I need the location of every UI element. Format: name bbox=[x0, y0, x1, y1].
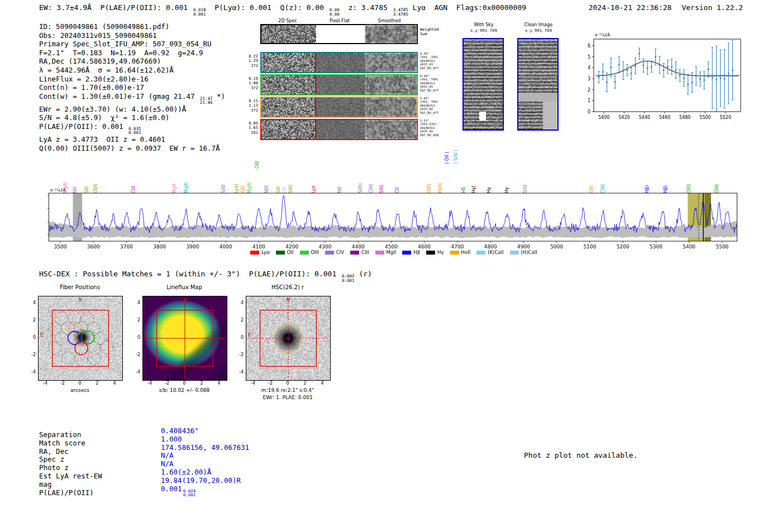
hsc-ytick-label: 4 bbox=[235, 300, 244, 305]
emission-line-label: OIII bbox=[255, 161, 260, 169]
inset-xtick-label: 5420 bbox=[618, 115, 630, 120]
match-table-label: Spec z bbox=[39, 456, 102, 464]
line-fit-inset-chart: 54005420544054605480550055200123456e⁻¹⁷x… bbox=[580, 29, 747, 128]
hsc-caption-2: EWr: 1. PLAE: 0.001 bbox=[240, 395, 335, 400]
spectrum-xtick-label: 4200 bbox=[285, 244, 298, 250]
clean-gray-band bbox=[518, 93, 557, 102]
text-segment: (r) bbox=[355, 270, 372, 278]
legend-item: OII bbox=[276, 250, 294, 255]
left-label-line: 391 bbox=[246, 131, 258, 135]
text-segment: Cont(w) = 1.30(±0.01)e-17 (gmag 21.47 bbox=[39, 92, 199, 100]
match-table-value: N/A bbox=[161, 460, 249, 468]
value-text: N/A bbox=[161, 459, 174, 468]
spec2d-row-left-label: 0.221.29372 bbox=[246, 54, 258, 68]
data-point bbox=[695, 75, 697, 76]
stack-lower: 0.001 bbox=[342, 279, 355, 283]
match-table-value: 19.84(19.70,20.00)R bbox=[161, 477, 249, 485]
spec2d-image bbox=[261, 25, 316, 43]
info-line: LineFlux = 2.30(±2.80)e-16 bbox=[39, 75, 225, 84]
hsc-xtick-label: -2 bbox=[266, 381, 275, 386]
hsc-xtick-label: 2 bbox=[301, 381, 309, 386]
left-label-line: 1.00 bbox=[246, 81, 258, 85]
data-point bbox=[732, 69, 733, 70]
fiber-ytick-label: 2 bbox=[27, 318, 36, 323]
spec2d-row-right-label: 0.90"(991, 709)20240311v015_01507_RU_077 bbox=[420, 74, 452, 92]
hsc-xtick-label: 0 bbox=[283, 381, 292, 386]
match-table-label: RA, Dec bbox=[39, 448, 102, 456]
match-table-label: P(LAE)/P(OII) bbox=[39, 489, 102, 497]
spectrum-ylabel: e⁻¹⁷x2Å bbox=[50, 188, 65, 193]
data-point bbox=[602, 71, 603, 72]
spectrum-xtick-label: 5300 bbox=[650, 244, 662, 250]
spec2d-row-left-label: 0.091.65391 bbox=[246, 121, 258, 135]
data-point bbox=[671, 66, 672, 67]
match-table-value: N/A bbox=[161, 452, 249, 460]
fiber-xtick-label: 2 bbox=[93, 381, 102, 386]
right-label-line: 507_RU_077 bbox=[420, 66, 452, 70]
east-label: E bbox=[40, 332, 44, 338]
emission-line-label: ) OII ( bbox=[445, 152, 450, 164]
legend-label: OII bbox=[287, 250, 294, 255]
fiber-xtick-label: -2 bbox=[58, 381, 67, 386]
lineflux-ytick-label: -2 bbox=[131, 352, 140, 357]
spectrum-xtick-label: 3500 bbox=[54, 244, 67, 250]
legend-swatch bbox=[350, 251, 359, 255]
clean-image-panel: Clean Image x, y: 991, 709 bbox=[517, 22, 560, 134]
data-point bbox=[687, 84, 688, 85]
data-point bbox=[655, 56, 656, 57]
info-line: S/N = 4.8(±5.9) χ² = 1.6(±0.0) bbox=[39, 113, 225, 122]
legend-label: Hγ bbox=[437, 250, 444, 255]
pixel-flat-image bbox=[316, 75, 365, 94]
legend-label: (H)CaII bbox=[521, 250, 537, 255]
left-label-line: 0.19 bbox=[246, 76, 258, 81]
legend-item: CIII bbox=[350, 250, 369, 255]
spec2d-image bbox=[261, 98, 316, 117]
match-table-values: 0.408436"1.000174.586156, 49.067631N/AN/… bbox=[161, 427, 249, 497]
value-text: 174.586156, 49.067631 bbox=[161, 443, 249, 452]
with-sky-panel: With Sky x, y: 991, 709 bbox=[462, 22, 505, 134]
legend-item: CIV bbox=[325, 250, 344, 255]
spectrum-xtick-label: 5000 bbox=[550, 244, 563, 250]
clean-image-title: Clean Image bbox=[517, 22, 560, 27]
data-point bbox=[692, 82, 693, 83]
smoothed-image bbox=[365, 75, 417, 94]
lineflux-xtick-label: -4 bbox=[145, 381, 154, 386]
value-uncertainty-stack: 0.000.00 bbox=[330, 8, 340, 16]
spec2d-row bbox=[260, 74, 418, 95]
value-uncertainty-stack: 0.0350.001 bbox=[128, 127, 141, 135]
data-point bbox=[611, 66, 612, 68]
spec2d-row bbox=[260, 52, 418, 73]
fiber-circle bbox=[49, 341, 61, 354]
text-segment: LineFlux = 2.30(±2.80)e-16 bbox=[39, 75, 149, 83]
inset-ytick-label: 1 bbox=[588, 98, 590, 103]
info-line: EWr = 2.90(±3.70) (w: 4.10(±5.00))Å bbox=[39, 105, 225, 114]
data-point bbox=[728, 73, 729, 74]
inset-xtick-label: 5500 bbox=[699, 115, 711, 120]
hsc-xtick-label: 4 bbox=[318, 381, 327, 386]
legend-label: (K)CaII bbox=[488, 250, 503, 255]
right-label-line: 507_RU_077 bbox=[420, 89, 452, 92]
spec2d-row-right-label: WeightedSum bbox=[420, 27, 452, 36]
fiber-xtick-label: 0 bbox=[75, 381, 84, 386]
info-line: P(LAE)/P(OII): 0.001 0.0350.001 bbox=[39, 122, 225, 135]
legend-item: Hβ bbox=[402, 250, 420, 255]
value-uncertainty-stack: 0.0020.001 bbox=[342, 274, 355, 282]
legend-swatch bbox=[375, 251, 384, 255]
hsc-panel-title: HSC(26.2) r bbox=[246, 284, 330, 290]
data-point bbox=[647, 67, 648, 68]
spec2d-col-header: Pixel Flat bbox=[317, 18, 362, 23]
spec2d-row bbox=[260, 119, 418, 140]
fiber-xtick-label: -4 bbox=[41, 381, 50, 386]
hsc-caption-1: m:19.6 re:2.1" s:0.4" bbox=[240, 387, 335, 393]
inset-xtick-label: 5480 bbox=[679, 115, 690, 120]
info-line: Cont(n) = 1.70(±0.00)e-17 bbox=[39, 83, 225, 92]
stack-lower: 0.001 bbox=[193, 12, 206, 17]
clean-image-box bbox=[517, 38, 559, 131]
lineflux-ytick-label: 4 bbox=[131, 300, 140, 305]
spec2d-row-right-label: 0.56"(991, 709)20240311v015_03507_RU_077 bbox=[420, 52, 452, 70]
data-point bbox=[683, 78, 684, 79]
red-separator-line bbox=[315, 120, 316, 139]
match-table-label: Match score bbox=[39, 439, 102, 448]
legend-swatch bbox=[450, 251, 459, 255]
info-line: ID: 5090049861 (5090049861.pdf) bbox=[39, 22, 225, 31]
